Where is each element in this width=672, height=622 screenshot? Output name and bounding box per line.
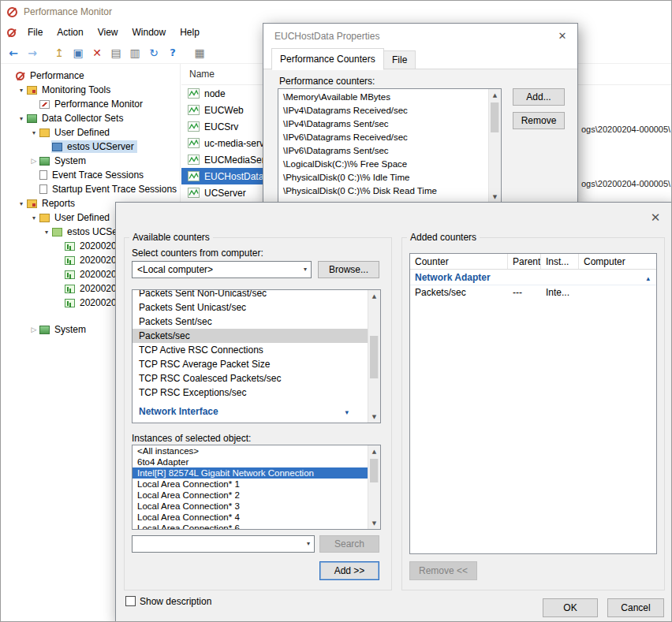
column-computer[interactable]: Computer: [579, 254, 656, 269]
chevron-expanded-icon[interactable]: ▾: [29, 214, 39, 222]
tree-item-estos-ucserver[interactable]: estos UCServer: [1, 140, 180, 154]
add-counter-button[interactable]: Add...: [513, 88, 565, 106]
available-counters-list[interactable]: Packets Sent Non-Unicast/sec Packets Sen…: [132, 289, 381, 423]
instance-item[interactable]: Local Area Connection* 6: [133, 523, 368, 530]
counter-path[interactable]: \PhysicalDisk(0 C:)\% Disk Read Time: [278, 184, 488, 198]
chevron-down-icon: ▾: [304, 266, 307, 273]
counter-object-network-interface[interactable]: Network Interface ▾: [133, 404, 368, 419]
forward-button[interactable]: →: [23, 43, 42, 62]
ok-button[interactable]: OK: [543, 598, 598, 617]
back-button[interactable]: ←: [4, 43, 23, 62]
tab-file[interactable]: File: [383, 50, 416, 69]
scroll-thumb[interactable]: [370, 336, 379, 378]
counter-item[interactable]: TCP RSC Exceptions/sec: [133, 385, 368, 400]
instance-item-selected[interactable]: Intel[R] 82574L Gigabit Network Connecti…: [133, 467, 368, 479]
export-list-button[interactable]: ▥: [125, 43, 144, 62]
added-object-network-adapter[interactable]: Network Adapter ▴: [410, 270, 656, 285]
chevron-expanded-icon[interactable]: ▾: [29, 129, 39, 136]
tree-item-startup-event-trace-sessions[interactable]: Startup Event Trace Sessions: [1, 182, 180, 196]
counter-item[interactable]: Packets Sent Unicast/sec: [133, 300, 368, 315]
tree-item-system-1[interactable]: ▷ System: [1, 154, 180, 168]
counter-path[interactable]: \IPv4\Datagrams Sent/sec: [278, 117, 488, 131]
counter-path[interactable]: \PhysicalDisk(0 C:)\% Idle Time: [278, 171, 488, 184]
remove-counter-button[interactable]: Remove: [513, 112, 565, 129]
show-description-checkbox[interactable]: [125, 596, 136, 606]
scrollbar[interactable]: ▲ ▼: [488, 89, 501, 203]
scroll-up-icon[interactable]: ▲: [368, 290, 380, 302]
tree-item-monitoring-tools[interactable]: ▾ Monitoring Tools: [1, 83, 180, 97]
counter-item[interactable]: TCP Active RSC Connections: [133, 343, 368, 357]
tree-item-event-trace-sessions[interactable]: Event Trace Sessions: [1, 168, 180, 182]
instance-search-combobox[interactable]: ▾: [132, 535, 315, 553]
scroll-down-icon[interactable]: ▼: [489, 191, 501, 203]
selected-tree-item[interactable]: estos UCServer: [51, 140, 137, 153]
counter-item-selected[interactable]: Packets/sec: [133, 329, 368, 343]
chevron-expanded-icon[interactable]: ▾: [17, 200, 26, 207]
counter-path[interactable]: \Memory\Available MBytes: [278, 91, 488, 104]
performance-counters-list[interactable]: \Memory\Available MBytes \IPv4\Datagrams…: [278, 88, 502, 203]
system-reports-icon: [39, 326, 50, 334]
chevron-collapsed-icon[interactable]: ▷: [29, 157, 39, 165]
column-counter[interactable]: Counter: [410, 254, 508, 269]
menu-file[interactable]: File: [21, 24, 50, 40]
scrollbar[interactable]: ▲ ▼: [368, 445, 380, 529]
counter-path[interactable]: \IPv4\Datagrams Received/sec: [278, 104, 488, 117]
counter-path[interactable]: \IPv6\Datagrams Sent/sec: [278, 144, 488, 158]
column-parent[interactable]: Parent: [508, 254, 541, 269]
instance-item[interactable]: Local Area Connection* 1: [133, 479, 368, 490]
scroll-thumb[interactable]: [491, 102, 499, 132]
scroll-up-icon[interactable]: ▲: [368, 445, 380, 457]
console-window-button[interactable]: ▣: [69, 43, 88, 62]
scroll-down-icon[interactable]: ▼: [368, 411, 380, 423]
remove-button[interactable]: Remove <<: [409, 561, 477, 580]
menu-action[interactable]: Action: [50, 24, 90, 40]
tree-item-data-collector-sets[interactable]: ▾ Data Collector Sets: [1, 111, 180, 125]
menu-window[interactable]: Window: [125, 24, 174, 40]
instance-item[interactable]: Local Area Connection* 2: [133, 490, 368, 501]
chevron-collapsed-icon[interactable]: ▷: [29, 326, 39, 333]
counter-item[interactable]: TCP RSC Average Packet Size: [133, 357, 368, 371]
tab-performance-counters[interactable]: Performance Counters: [271, 48, 384, 70]
menu-help[interactable]: Help: [173, 24, 207, 40]
counter-item[interactable]: Packets Sent/sec: [133, 315, 368, 329]
folder-up-button[interactable]: ↥: [50, 43, 69, 62]
add-button[interactable]: Add >>: [319, 561, 379, 580]
refresh-button[interactable]: ↻: [144, 43, 163, 62]
cancel-button[interactable]: Cancel: [607, 598, 664, 617]
delete-button[interactable]: ✕: [88, 43, 106, 62]
chevron-expanded-icon[interactable]: ▾: [17, 115, 26, 122]
counter-path[interactable]: \IPv6\Datagrams Received/sec: [278, 131, 488, 144]
counter-item[interactable]: TCP RSC Coalesced Packets/sec: [133, 371, 368, 385]
instance-item[interactable]: <All instances>: [133, 445, 368, 456]
added-counters-table[interactable]: Counter Parent Inst... Computer Network …: [409, 253, 657, 554]
properties-button[interactable]: ▤: [106, 43, 125, 62]
scroll-up-icon[interactable]: ▲: [489, 89, 501, 101]
scroll-down-icon[interactable]: ▼: [368, 517, 380, 529]
scroll-thumb[interactable]: [370, 459, 379, 482]
chevron-expanded-icon[interactable]: ▾: [42, 229, 51, 236]
tree-item-performance-monitor[interactable]: Performance Monitor: [1, 97, 180, 111]
instances-list[interactable]: <All instances> 6to4 Adapter Intel[R] 82…: [132, 445, 381, 530]
browse-button[interactable]: Browse...: [318, 261, 379, 278]
close-icon[interactable]: ✕: [555, 30, 569, 44]
tree-item-performance[interactable]: Performance: [1, 69, 180, 83]
instance-item[interactable]: Local Area Connection* 3: [133, 501, 368, 512]
computer-combobox[interactable]: <Local computer> ▾: [132, 261, 312, 278]
report-icon: [65, 256, 75, 265]
instance-item[interactable]: Local Area Connection* 4: [133, 512, 368, 523]
view-list-button[interactable]: ▦: [190, 43, 209, 62]
menu-view[interactable]: View: [91, 24, 125, 40]
instance-item[interactable]: 6to4 Adapter: [133, 456, 368, 467]
help-button[interactable]: ?: [163, 43, 182, 62]
table-row[interactable]: Packets/sec --- Inte...: [410, 285, 656, 300]
chevron-expanded-icon[interactable]: ▾: [17, 87, 26, 94]
column-instance[interactable]: Inst...: [541, 254, 579, 269]
tree-item-user-defined-1[interactable]: ▾ User Defined: [1, 125, 180, 140]
counter-item[interactable]: Packets Sent Non-Unicast/sec: [133, 289, 368, 300]
chevron-up-icon[interactable]: ▴: [646, 270, 650, 286]
scrollbar[interactable]: ▲ ▼: [368, 290, 380, 423]
search-button[interactable]: Search: [319, 535, 379, 553]
counter-path[interactable]: \LogicalDisk(C:)\% Free Space: [278, 158, 488, 171]
chevron-down-icon[interactable]: ▾: [345, 405, 349, 419]
close-icon[interactable]: ✕: [648, 210, 663, 225]
